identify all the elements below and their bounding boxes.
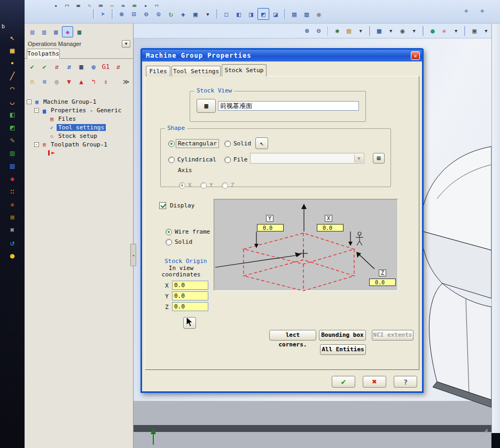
drafting-icon[interactable]: ✎: [5, 134, 20, 146]
quick-mask-icon[interactable]: ✱: [332, 25, 342, 37]
tree-expander-icon[interactable]: -: [27, 99, 32, 104]
tree-tool-settings[interactable]: ✓ Tool settings: [25, 123, 133, 132]
plane-icon[interactable]: ▨: [5, 159, 20, 172]
wire-frame-radio[interactable]: [166, 229, 172, 235]
panel-splitter-handle[interactable]: ◂: [130, 244, 136, 266]
levels-dropdown-icon[interactable]: ▾: [355, 25, 366, 37]
overflow-chevron-icon[interactable]: ≫: [120, 76, 132, 88]
tab-files[interactable]: Files: [146, 66, 170, 76]
stock-view-select-button[interactable]: ▦: [197, 99, 216, 113]
zoom-in-icon[interactable]: ⊕: [116, 8, 128, 20]
close-button[interactable]: ✕: [411, 51, 420, 60]
tree-machine-group[interactable]: - ▦ Machine Group-1: [25, 97, 133, 106]
gview-icon[interactable]: ◉: [397, 25, 408, 37]
create-arc-icon[interactable]: ◠: [5, 82, 20, 95]
cancel-button[interactable]: ✖: [363, 376, 386, 388]
ok-button[interactable]: ✔: [332, 376, 355, 388]
undo-icon[interactable]: ↺: [5, 236, 20, 249]
origin-z-input[interactable]: [172, 302, 208, 311]
cylindrical-radio[interactable]: [168, 157, 175, 163]
select-all-operations-icon[interactable]: ✔: [26, 61, 38, 73]
levels-icon[interactable]: ▤: [343, 25, 354, 37]
unzoom-small-icon[interactable]: ⊖: [314, 25, 324, 37]
planes-dropdown-icon[interactable]: ▾: [386, 25, 396, 37]
regen-all-icon[interactable]: ⇵: [63, 61, 75, 73]
create-line-icon[interactable]: ╱: [5, 69, 20, 82]
wireframe-view-icon[interactable]: ◻: [221, 8, 232, 20]
preview-y-value-field[interactable]: 0.0: [257, 224, 284, 231]
clipped-settings-icon[interactable]: ▾: [141, 0, 150, 7]
solid-render-radio-label[interactable]: Solid: [173, 238, 194, 246]
dock-anchor-icon-1[interactable]: ✚: [460, 4, 472, 16]
clipped-solids-icon[interactable]: ◇: [107, 0, 116, 7]
tree-toolpath-group[interactable]: - ⊞ Toolpath Group-1: [25, 140, 133, 149]
gview-dropdown-icon[interactable]: ▾: [409, 25, 419, 37]
preview-x-value-field[interactable]: 0.0: [317, 224, 343, 231]
tab-tool-settings[interactable]: Tool Settings: [171, 66, 221, 76]
rectangular-radio-label[interactable]: Rectangular: [176, 139, 219, 148]
workspace-dropdown-icon[interactable]: ▾: [481, 25, 491, 37]
burst-icon[interactable]: ✳: [5, 198, 20, 211]
tree-stock-setup[interactable]: ◇ Stock setup: [25, 132, 133, 140]
verify-icon[interactable]: ▦: [75, 61, 87, 73]
lock-icon[interactable]: ∩: [26, 76, 38, 88]
solid-shape-radio[interactable]: [224, 141, 231, 147]
tree-expander-icon[interactable]: -: [34, 142, 39, 147]
toolpath-display-icon[interactable]: ≋: [38, 76, 50, 88]
panel-dropdown-button[interactable]: ▼: [122, 40, 130, 48]
workspace-icon[interactable]: ▣: [469, 25, 480, 37]
post-g1-icon[interactable]: G1: [100, 61, 112, 73]
tab-stock-setup[interactable]: Stock Setup: [222, 64, 267, 76]
panel-icon-active-view[interactable]: ◈: [62, 26, 73, 37]
fit-screen-icon[interactable]: ▣: [190, 8, 201, 20]
insert-indent-icon[interactable]: ↰: [88, 76, 99, 88]
clipped-machine-icon[interactable]: ▦: [130, 0, 139, 7]
file-shape-radio[interactable]: [224, 157, 231, 163]
panel-icon-grid[interactable]: ▦: [50, 26, 61, 37]
repaint-icon[interactable]: ↻: [165, 8, 177, 20]
stock-view-input[interactable]: [218, 101, 359, 111]
tree-files[interactable]: ▤ Files: [25, 114, 133, 123]
shading-sphere-icon[interactable]: ●: [427, 25, 438, 37]
dialog-titlebar[interactable]: Machine Group Properties ✕: [142, 50, 422, 61]
select-cursor-icon[interactable]: ↖: [5, 31, 20, 44]
clipped-view-icon[interactable]: ▣: [74, 0, 83, 7]
wire-frame-radio-label[interactable]: Wire frame: [173, 228, 212, 236]
feed-speed-icon[interactable]: ⇵: [112, 61, 124, 73]
clipped-xform-icon[interactable]: ⊕: [119, 0, 128, 7]
zoom-out-icon[interactable]: ⊖: [140, 8, 152, 20]
zoom-window-icon[interactable]: ⊡: [128, 8, 140, 20]
render-dropdown-icon[interactable]: ▾: [451, 25, 462, 37]
regen-selected-icon[interactable]: ⇵: [51, 61, 62, 73]
clipped-edit-icon[interactable]: □: [62, 0, 72, 7]
dock-anchor-icon-2[interactable]: ✚: [476, 4, 488, 16]
rectangular-radio[interactable]: [168, 141, 175, 147]
solid-render-radio[interactable]: [166, 239, 172, 245]
rapid-display-icon[interactable]: ◎: [51, 76, 62, 88]
clipped-create-icon[interactable]: ▤: [96, 0, 105, 7]
panel-icon-solids[interactable]: ▩: [74, 26, 85, 37]
file-shape-radio-label[interactable]: File: [232, 156, 249, 164]
create-fillet-icon[interactable]: ◡: [5, 95, 20, 108]
hidden-line-view-icon[interactable]: ◧: [233, 8, 245, 20]
create-solid-icon[interactable]: ◩: [5, 121, 20, 134]
render-settings-icon[interactable]: ✳: [439, 25, 450, 37]
viewsheet-icon[interactable]: ▤: [288, 8, 300, 20]
create-point-icon[interactable]: ∙: [5, 57, 20, 69]
zoom-target-icon[interactable]: ⊙: [153, 8, 165, 20]
tree-insert-arrow[interactable]: ►: [25, 149, 133, 157]
all-entities-button[interactable]: All Entities: [320, 344, 366, 355]
create-surface-icon[interactable]: ◧: [5, 108, 20, 121]
pan-icon[interactable]: ✚: [177, 8, 189, 20]
origin-y-input[interactable]: [172, 291, 208, 300]
clipped-analyze-icon[interactable]: ✎: [85, 0, 94, 7]
xform-icon[interactable]: ✖: [5, 223, 20, 236]
panel-icon-pages[interactable]: ▥: [38, 26, 50, 37]
surface-edit-icon[interactable]: ▧: [5, 146, 20, 159]
shaded-view-icon[interactable]: ◨: [245, 8, 257, 20]
backplot-icon[interactable]: ◍: [88, 61, 99, 73]
number-pad-icon[interactable]: ∷: [5, 185, 20, 198]
help-button[interactable]: ?: [394, 376, 417, 388]
move-up-icon[interactable]: ▲: [75, 76, 87, 88]
panel-icon-documents[interactable]: ▤: [27, 26, 38, 37]
